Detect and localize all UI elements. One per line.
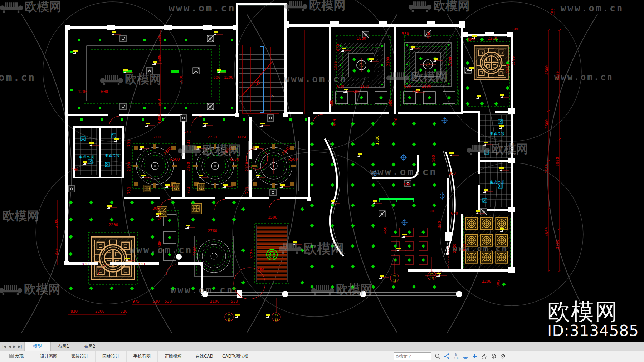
dimension-label: 731 bbox=[127, 187, 131, 194]
dimension-label: 890 bbox=[394, 118, 398, 125]
dimension-label: 1080 bbox=[157, 35, 162, 44]
watermark-text: www.om.cn bbox=[561, 3, 624, 14]
dimension-label: 450 bbox=[383, 226, 387, 234]
cube-icon[interactable] bbox=[490, 353, 497, 360]
dimension-label: 850 bbox=[332, 119, 337, 126]
watermark-text: www.om.cn bbox=[169, 2, 236, 14]
dimension-label: 731 bbox=[245, 187, 249, 194]
svg-text:25: 25 bbox=[227, 314, 230, 317]
watermark-text: 欧模网 bbox=[3, 209, 39, 223]
svg-text:13: 13 bbox=[227, 318, 230, 321]
dimension-label: 2200 bbox=[506, 64, 510, 74]
dimension-label: 2100 bbox=[210, 299, 220, 304]
menu-item-正版授权[interactable]: 正版授权 bbox=[158, 351, 189, 362]
dimension-label: 630 bbox=[426, 31, 431, 39]
tab-布局1[interactable]: 布局1 bbox=[51, 342, 77, 351]
svg-text:25: 25 bbox=[393, 275, 396, 278]
tab-布局2[interactable]: 布局2 bbox=[77, 342, 103, 351]
first-tab-button[interactable]: |◀ bbox=[2, 344, 6, 348]
dimension-label: 150 bbox=[551, 8, 555, 15]
watermark-text: 欧模网 bbox=[24, 282, 60, 296]
dimension-label: 1080 bbox=[157, 114, 162, 124]
drawing-canvas[interactable]: 1200600108060019006001080600120063013001… bbox=[0, 0, 644, 342]
ceiling-plan-drawing: 1200600108060019006001080600120063013001… bbox=[0, 0, 644, 342]
dimension-label: 400 bbox=[71, 167, 78, 172]
svg-text:25: 25 bbox=[430, 273, 433, 276]
svg-text:N: N bbox=[455, 353, 457, 357]
watermark-text: www.om.cn bbox=[284, 74, 347, 84]
prev-tab-button[interactable]: ◀ bbox=[8, 344, 11, 348]
annotate-icon[interactable]: N+-x bbox=[453, 353, 460, 360]
dimension-label: 630 bbox=[337, 84, 344, 89]
dimension-label: 2750 bbox=[208, 135, 217, 140]
dimension-label: 2500 bbox=[545, 164, 549, 174]
dimension-label: 975 bbox=[132, 299, 140, 304]
dimension-label: 2200 bbox=[482, 279, 492, 284]
dimension-label: 530 bbox=[184, 130, 191, 134]
dimension-label: 600 bbox=[101, 89, 108, 94]
dimension-label: 880 bbox=[512, 27, 519, 31]
dimension-label: 630 bbox=[336, 44, 340, 51]
last-tab-button[interactable]: ▶| bbox=[18, 344, 22, 348]
watermark-text: 欧模网 bbox=[309, 0, 346, 12]
dimension-label: 2200 bbox=[488, 36, 497, 41]
dimension-label: 880 bbox=[468, 38, 475, 42]
next-tab-button[interactable]: ▶ bbox=[13, 344, 16, 348]
dimension-label: 2100 bbox=[186, 162, 191, 172]
magnifier-icon[interactable] bbox=[434, 353, 441, 360]
dimension-label: 830 bbox=[138, 262, 145, 266]
dimension-label: 300 bbox=[449, 171, 456, 176]
menu-item-家装设计[interactable]: 家装设计 bbox=[64, 351, 96, 362]
cad-viewer-window: 1200600108060019006001080600120063013001… bbox=[0, 0, 644, 362]
dimension-label: 530 bbox=[231, 299, 238, 304]
dimension-label: 1500 bbox=[268, 215, 278, 220]
share-nodes-icon[interactable] bbox=[443, 353, 450, 360]
watermark-text: 欧模网 bbox=[25, 0, 61, 14]
svg-text:25: 25 bbox=[274, 314, 278, 317]
dimension-label: 830 bbox=[70, 309, 78, 314]
apps-grid-icon bbox=[9, 354, 14, 359]
dimension-label: 1200 bbox=[78, 89, 88, 94]
watermark-text: 欧模网 bbox=[411, 69, 448, 84]
dimension-label: 1880 bbox=[357, 36, 366, 41]
watermark-text: om.cn bbox=[0, 72, 36, 83]
dimension-label: 530 bbox=[165, 299, 172, 304]
room-label: 集成吊顶 bbox=[105, 153, 120, 157]
dimension-label: 1200 bbox=[224, 75, 234, 80]
dimension-label: 2100 bbox=[192, 246, 197, 256]
search-input[interactable] bbox=[394, 352, 431, 360]
menu-item-手机看图[interactable]: 手机看图 bbox=[127, 351, 158, 362]
dimension-label: 500 bbox=[388, 99, 393, 107]
dimension-label: R500 bbox=[170, 157, 180, 162]
dimension-label: 830 bbox=[120, 309, 127, 314]
menu-item-在线CAD[interactable]: 在线CAD bbox=[189, 351, 220, 362]
dimension-label: 600 bbox=[329, 99, 334, 107]
watermark-text: www.om.cn bbox=[171, 285, 234, 295]
svg-text:+-x: +-x bbox=[454, 357, 459, 359]
tab-模型[interactable]: 模型 bbox=[24, 342, 51, 351]
watermark-text: 欧模网 bbox=[336, 282, 372, 296]
room-label: 集成吊顶 bbox=[490, 180, 505, 184]
star-icon[interactable] bbox=[480, 353, 488, 360]
watermark-brand-text: 欧模网 bbox=[547, 300, 639, 323]
dimension-label: 731 bbox=[127, 140, 131, 147]
attach-icon[interactable] bbox=[499, 353, 506, 360]
menu-item-CAD飞图转换[interactable]: CAD飞图转换 bbox=[220, 351, 251, 362]
dimension-label: 2100 bbox=[153, 135, 163, 140]
plus-icon[interactable] bbox=[471, 353, 478, 360]
menu-item-发现[interactable]: 发现 bbox=[0, 351, 33, 362]
dimension-label: 500 bbox=[352, 89, 360, 94]
room-label: 集成吊顶 bbox=[490, 132, 505, 136]
monitor-icon[interactable] bbox=[462, 353, 469, 360]
dimension-label: 300 bbox=[437, 221, 442, 228]
toolbar-menu-items: 发现设计画图家装设计园林设计手机看图正版授权在线CADCAD飞图转换 bbox=[0, 351, 251, 362]
menu-item-园林设计[interactable]: 园林设计 bbox=[96, 351, 127, 362]
dimension-label: 731 bbox=[186, 187, 191, 194]
dimension-label: 2200 bbox=[109, 222, 118, 227]
dimension-label: 5800 bbox=[555, 157, 560, 167]
dimension-label: 600 bbox=[157, 213, 162, 220]
dimension-label: 600 bbox=[157, 54, 162, 62]
dimension-label: 500 bbox=[412, 89, 419, 94]
menu-item-设计画图[interactable]: 设计画图 bbox=[33, 351, 64, 362]
stair-up-label: 上 bbox=[246, 93, 250, 99]
